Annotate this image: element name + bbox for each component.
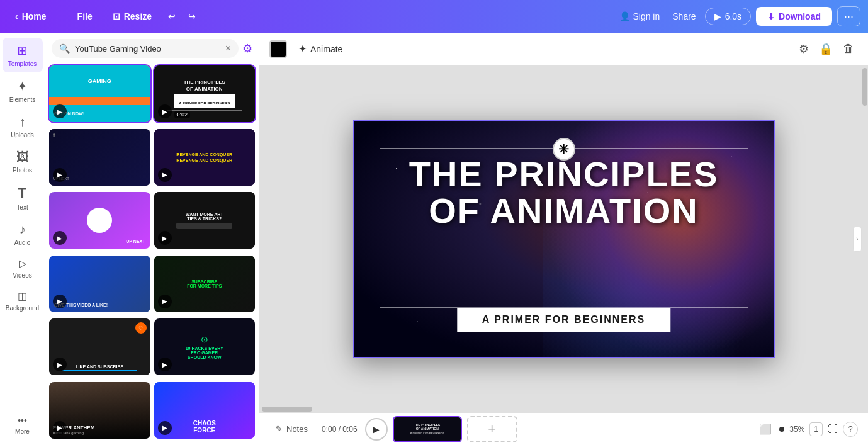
chevron-right-icon: › [856, 235, 858, 242]
template-card-2[interactable]: THE PRINCIPLESOF ANIMATION A PRIMER FOR … [154, 65, 256, 122]
help-btn[interactable]: ? [843, 422, 858, 437]
play-badge-10: ▶ [158, 358, 172, 371]
template-card-11[interactable]: POWER ANTHEM battle tank gaming ▶ [49, 382, 150, 439]
share-btn[interactable]: Share [668, 8, 699, 25]
sidebar-item-more[interactable]: ••• More [3, 410, 43, 440]
screen-fit-btn[interactable]: ⬜ [757, 420, 774, 437]
nav-file-btn[interactable]: File [70, 8, 100, 25]
top-navigation: ‹ Home File ⊡ Resize ↩ ↪ 👤 Sign in Share… [0, 0, 868, 33]
time-badge-2: 0:02 [174, 111, 191, 118]
help-icon: ? [848, 424, 852, 434]
notes-icon: ✎ [276, 424, 283, 434]
sidebar-item-label-uploads: Uploads [11, 132, 34, 138]
play-icon: ▶ [162, 235, 167, 242]
nav-home-btn[interactable]: ‹ Home [8, 8, 54, 25]
undo-icon: ↩ [168, 11, 176, 21]
sidebar-item-label-photos: Photos [13, 167, 32, 174]
search-filter-btn[interactable]: ⚙ [242, 42, 252, 55]
play-time-label: 6.0s [725, 11, 741, 21]
sidebar-item-label-templates: Templates [8, 60, 37, 67]
play-icon: ▶ [57, 235, 62, 242]
play-badge-8: ▶ [158, 295, 172, 308]
canvas-area: ✦ Animate ⚙ 🔒 🗑 [259, 33, 868, 445]
notes-btn[interactable]: ✎ Notes [269, 420, 314, 437]
sidebar-item-audio[interactable]: ♪ Audio [3, 217, 43, 251]
play-badge-6: ▶ [158, 231, 172, 245]
template-card-5[interactable]: UP NEXT ▶ [49, 192, 150, 249]
audio-icon: ♪ [20, 222, 26, 237]
template-card-8[interactable]: SUBSCRIBEFOR MORE TIPS ▶ [154, 256, 256, 312]
bottom-right: ⬜ 35% 1 ⛶ ? [757, 420, 858, 437]
screen-icon: ⬜ [759, 424, 772, 434]
download-label: Download [779, 11, 821, 21]
more-options-btn[interactable]: ··· [837, 6, 860, 26]
sidebar-item-templates[interactable]: ⊞ Templates [3, 38, 43, 72]
slide-subtitle-box[interactable]: A PRIMER FOR BEGINNERS [457, 308, 670, 332]
canvas-lock-btn[interactable]: 🔒 [815, 38, 837, 60]
sidebar-item-background[interactable]: ◫ Background [3, 285, 43, 317]
search-box: 🔍 × [52, 39, 239, 58]
search-icon: 🔍 [59, 43, 70, 54]
download-btn[interactable]: ⬇ Download [756, 7, 832, 26]
view-btn[interactable]: 1 [809, 422, 823, 436]
sidebar-item-photos[interactable]: 🖼 Photos [3, 145, 43, 179]
slide-title[interactable]: THE PRINCIPLES OF ANIMATION [380, 156, 748, 230]
template-card-6[interactable]: WANT MORE ARTTIPS & TRICKS? ▶ [154, 192, 256, 249]
filter-icon: ⚙ [799, 43, 809, 55]
notes-label: Notes [286, 424, 308, 434]
canvas-filter-btn[interactable]: ⚙ [795, 38, 813, 60]
play-time-btn[interactable]: ▶ 6.0s [705, 8, 751, 25]
user-icon: 👤 [619, 11, 630, 21]
text-icon: T [18, 185, 26, 201]
search-input[interactable] [75, 44, 220, 54]
slide-title-line1: THE PRINCIPLES [409, 154, 719, 194]
uploads-icon: ↑ [20, 115, 26, 129]
timeline-track: THE PRINCIPLESOF ANIMATIONA PRIMER FOR B… [393, 416, 750, 442]
color-swatch[interactable] [269, 40, 287, 58]
timeline-area: ▶ THE PRINCIPLESOF ANIMATIONA PRIMER FOR… [365, 416, 750, 442]
canvas-viewport: ✳ THE PRINCIPLES OF ANIMATION A PRIMER F… [259, 65, 868, 412]
sidebar-item-uploads[interactable]: ↑ Uploads [3, 110, 43, 144]
timeline-add-slide-btn[interactable]: + [467, 416, 517, 442]
animate-icon: ✦ [298, 43, 307, 55]
sidebar-item-elements[interactable]: ✦ Elements [3, 74, 43, 108]
expand-panel-btn[interactable]: › [853, 227, 862, 252]
timeline-play-btn[interactable]: ▶ [365, 418, 388, 441]
signin-btn[interactable]: 👤 Sign in [616, 8, 663, 25]
canvas-slide[interactable]: ✳ THE PRINCIPLES OF ANIMATION A PRIMER F… [353, 120, 775, 358]
time-current: 0:00 [322, 425, 336, 434]
nav-resize-btn[interactable]: ⊡ Resize [105, 8, 159, 25]
template-card-3[interactable]: ff UP NEXT ▶ [49, 129, 150, 186]
play-badge-3: ▶ [53, 168, 67, 182]
fullscreen-btn[interactable]: ⛶ [828, 424, 838, 435]
template-card-9[interactable]: LIKE AND SUBSCRIBE ♡ ▶ [49, 318, 150, 375]
add-slide-icon: + [488, 421, 496, 437]
sidebar-item-videos[interactable]: ▷ Videos [3, 252, 43, 284]
play-badge-7: ▶ [53, 295, 67, 308]
template-card-12[interactable]: CHAOSFORCE ▶ [154, 382, 256, 439]
play-badge-11: ▶ [53, 421, 67, 435]
play-icon: ▶ [57, 361, 62, 368]
elements-icon: ✦ [17, 79, 28, 94]
timeline-slide-1[interactable]: THE PRINCIPLESOF ANIMATIONA PRIMER FOR B… [393, 416, 462, 442]
play-icon: ▶ [162, 424, 167, 431]
delete-icon: 🗑 [843, 42, 854, 55]
signin-label: Sign in [633, 11, 660, 21]
template-card-7[interactable]: GIVE THIS VIDEO A LIKE! ▶ [49, 256, 150, 312]
template-card-10[interactable]: ⊙ 10 HACKS EVERYPRO GAMERSHOULD KNOW ▶ [154, 318, 256, 375]
sidebar-item-label-more: More [15, 428, 30, 435]
canvas-delete-btn[interactable]: 🗑 [839, 38, 858, 60]
play-icon: ▶ [162, 171, 167, 178]
sidebar-item-text[interactable]: T Text [3, 180, 43, 216]
animate-btn[interactable]: ✦ Animate [292, 39, 349, 59]
template-card-1[interactable]: GAMING GET ON NOW! ▶ [49, 65, 150, 122]
resize-icon: ⊡ [113, 11, 120, 21]
search-clear-icon[interactable]: × [225, 43, 231, 54]
undo-btn[interactable]: ↩ [164, 8, 179, 25]
play-triangle-icon: ▶ [714, 11, 721, 21]
sidebar-item-label-text: Text [16, 204, 28, 211]
template-card-4[interactable]: REVENGE AND CONQUERREVENGE AND CONQUER ▶ [154, 129, 256, 186]
more-dots-icon: ··· [844, 10, 854, 23]
redo-btn[interactable]: ↪ [184, 8, 200, 25]
file-label: File [77, 11, 93, 21]
